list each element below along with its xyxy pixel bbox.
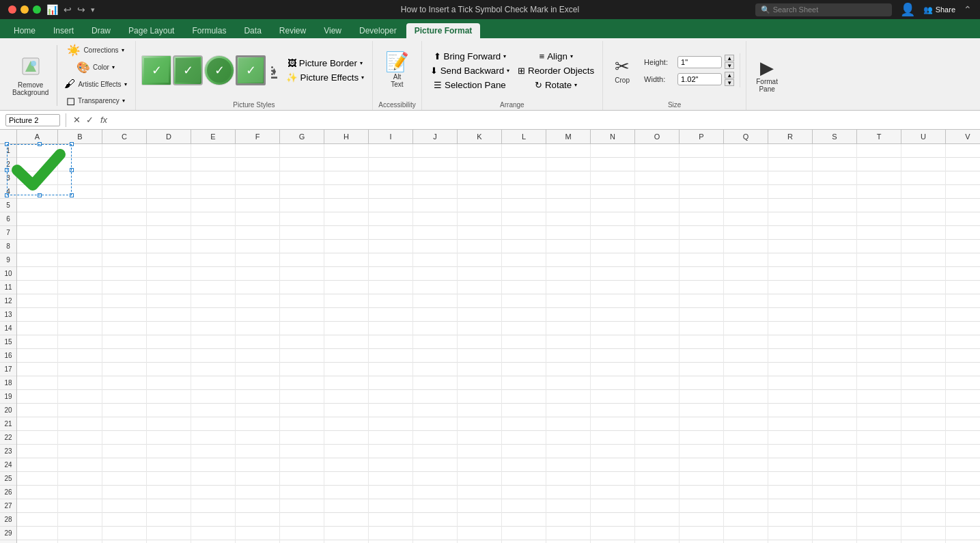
cell-C5[interactable] xyxy=(102,199,147,212)
cell-B16[interactable] xyxy=(58,349,102,363)
cell-M27[interactable] xyxy=(546,499,591,513)
cell-I5[interactable] xyxy=(369,199,413,212)
cell-A6[interactable] xyxy=(17,212,58,226)
cell-V7[interactable] xyxy=(946,226,980,240)
cell-F28[interactable] xyxy=(236,513,280,527)
cell-C26[interactable] xyxy=(102,486,147,499)
rotate-button[interactable]: ↻ Rotate ▾ xyxy=(515,79,597,92)
cancel-formula-button[interactable]: ✕ xyxy=(72,115,82,125)
cell-C18[interactable] xyxy=(102,376,147,390)
cell-C4[interactable] xyxy=(102,185,147,199)
cell-V30[interactable] xyxy=(946,540,980,543)
cell-P2[interactable] xyxy=(680,158,724,171)
cell-P10[interactable] xyxy=(680,267,724,281)
cell-N10[interactable] xyxy=(591,267,635,281)
cell-G26[interactable] xyxy=(280,486,324,499)
cell-B2[interactable] xyxy=(58,158,102,171)
cell-H2[interactable] xyxy=(324,158,369,171)
row-header-18[interactable]: 18 xyxy=(0,376,16,390)
cell-V26[interactable] xyxy=(946,486,980,499)
cell-S12[interactable] xyxy=(813,294,857,308)
cell-R12[interactable] xyxy=(768,294,813,308)
cell-I19[interactable] xyxy=(369,390,413,404)
cell-J25[interactable] xyxy=(413,472,458,486)
cell-P13[interactable] xyxy=(680,308,724,322)
cell-O21[interactable] xyxy=(635,417,680,431)
cell-P25[interactable] xyxy=(680,472,724,486)
cell-P23[interactable] xyxy=(680,445,724,458)
cell-O7[interactable] xyxy=(635,226,680,240)
cell-S29[interactable] xyxy=(813,527,857,540)
cell-D27[interactable] xyxy=(147,499,191,513)
cell-N22[interactable] xyxy=(591,431,635,445)
cell-L5[interactable] xyxy=(502,199,546,212)
cell-E18[interactable] xyxy=(191,376,236,390)
cell-G28[interactable] xyxy=(280,513,324,527)
cell-T23[interactable] xyxy=(857,445,901,458)
cell-E9[interactable] xyxy=(191,253,236,267)
tab-picture-format[interactable]: Picture Format xyxy=(406,23,481,38)
undo-button[interactable]: ↩ xyxy=(64,4,72,15)
cell-R30[interactable] xyxy=(768,540,813,543)
cell-S13[interactable] xyxy=(813,308,857,322)
cell-J29[interactable] xyxy=(413,527,458,540)
cell-G25[interactable] xyxy=(280,472,324,486)
height-input[interactable] xyxy=(677,56,722,68)
row-header-2[interactable]: 2 xyxy=(0,158,16,171)
cell-V15[interactable] xyxy=(946,335,980,349)
cell-I21[interactable] xyxy=(369,417,413,431)
cell-C17[interactable] xyxy=(102,363,147,376)
cell-O24[interactable] xyxy=(635,458,680,472)
cell-A5[interactable] xyxy=(17,199,58,212)
cell-K27[interactable] xyxy=(458,499,502,513)
picture-effects-button[interactable]: ✨ Picture Effects ▾ xyxy=(283,71,367,84)
cell-M11[interactable] xyxy=(546,281,591,294)
cell-U6[interactable] xyxy=(901,212,946,226)
col-header-B[interactable]: B xyxy=(58,130,102,143)
cell-L29[interactable] xyxy=(502,527,546,540)
row-header-27[interactable]: 27 xyxy=(0,499,16,513)
cell-E10[interactable] xyxy=(191,267,236,281)
cell-M18[interactable] xyxy=(546,376,591,390)
cell-Q21[interactable] xyxy=(724,417,768,431)
cell-H19[interactable] xyxy=(324,390,369,404)
cell-M21[interactable] xyxy=(546,417,591,431)
cell-U9[interactable] xyxy=(901,253,946,267)
cell-F29[interactable] xyxy=(236,527,280,540)
cell-J1[interactable] xyxy=(413,144,458,158)
cell-C16[interactable] xyxy=(102,349,147,363)
cell-C21[interactable] xyxy=(102,417,147,431)
cell-O22[interactable] xyxy=(635,431,680,445)
cell-B4[interactable] xyxy=(58,185,102,199)
col-header-U[interactable]: U xyxy=(901,130,946,143)
cell-Q1[interactable] xyxy=(724,144,768,158)
cell-Q17[interactable] xyxy=(724,363,768,376)
cell-A29[interactable] xyxy=(17,527,58,540)
cell-O12[interactable] xyxy=(635,294,680,308)
cell-I26[interactable] xyxy=(369,486,413,499)
cell-N13[interactable] xyxy=(591,308,635,322)
cell-I17[interactable] xyxy=(369,363,413,376)
cell-J23[interactable] xyxy=(413,445,458,458)
col-header-P[interactable]: P xyxy=(680,130,724,143)
cell-A1[interactable] xyxy=(17,144,58,158)
cell-U8[interactable] xyxy=(901,240,946,253)
cell-M28[interactable] xyxy=(546,513,591,527)
cell-N4[interactable] xyxy=(591,185,635,199)
close-button[interactable] xyxy=(8,5,16,14)
cell-R9[interactable] xyxy=(768,253,813,267)
cell-P22[interactable] xyxy=(680,431,724,445)
cell-M14[interactable] xyxy=(546,322,591,335)
cell-E1[interactable] xyxy=(191,144,236,158)
cell-C3[interactable] xyxy=(102,171,147,185)
cell-D10[interactable] xyxy=(147,267,191,281)
cell-K1[interactable] xyxy=(458,144,502,158)
cell-O16[interactable] xyxy=(635,349,680,363)
cell-N16[interactable] xyxy=(591,349,635,363)
cell-B30[interactable] xyxy=(58,540,102,543)
cell-L21[interactable] xyxy=(502,417,546,431)
cell-T13[interactable] xyxy=(857,308,901,322)
cell-Q6[interactable] xyxy=(724,212,768,226)
cell-C10[interactable] xyxy=(102,267,147,281)
cell-L2[interactable] xyxy=(502,158,546,171)
